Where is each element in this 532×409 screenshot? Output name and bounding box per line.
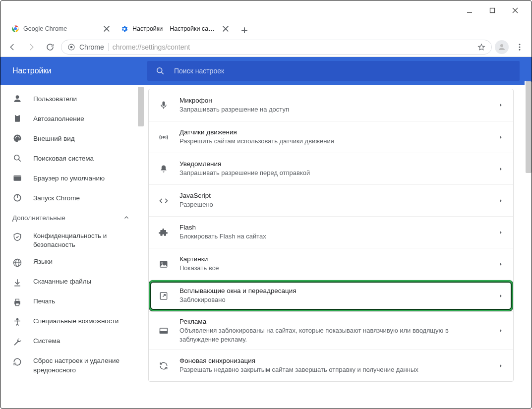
sidebar-item-system[interactable]: Система bbox=[0, 333, 144, 352]
tab-google-chrome[interactable]: Google Chrome bbox=[6, 20, 116, 37]
code-icon bbox=[159, 196, 169, 206]
setting-background-sync[interactable]: Фоновая синхронизация Разрешать недавно … bbox=[149, 350, 513, 381]
palette-icon bbox=[12, 133, 22, 143]
new-tab-button[interactable] bbox=[237, 23, 251, 37]
setting-ads[interactable]: Реклама Объявления заблокированы на сайт… bbox=[149, 311, 513, 350]
setting-text: Реклама Объявления заблокированы на сайт… bbox=[179, 318, 487, 344]
sidebar-item-label: Браузер по умолчанию bbox=[33, 175, 105, 182]
page-scrollbar-thumb[interactable] bbox=[526, 81, 532, 173]
window-titlebar bbox=[0, 0, 532, 20]
page-title: Настройки bbox=[0, 66, 147, 75]
power-icon bbox=[12, 193, 22, 203]
motion-sensor-icon bbox=[159, 132, 169, 142]
sidebar-item-printing[interactable]: Печать bbox=[0, 293, 144, 313]
wrench-icon bbox=[12, 337, 22, 347]
setting-motion-sensors[interactable]: Датчики движения Разрешить сайтам исполь… bbox=[149, 121, 513, 153]
sidebar-item-search-engine[interactable]: Поисковая система bbox=[0, 148, 144, 168]
sidebar-item-accessibility[interactable]: Специальные возможности bbox=[0, 313, 144, 333]
svg-point-23 bbox=[15, 137, 16, 138]
chevron-right-icon bbox=[498, 328, 503, 333]
setting-text: Уведомления Запрашивать разрешение перед… bbox=[179, 160, 487, 177]
content-settings-card: Микрофон Запрашивать разрешение на досту… bbox=[148, 89, 514, 382]
sidebar-item-users[interactable]: Пользователи bbox=[0, 89, 144, 109]
sidebar-item-reset[interactable]: Сброс настроек и удаление вредоносного bbox=[0, 352, 144, 378]
sidebar-item-downloads[interactable]: Скачанные файлы bbox=[0, 273, 144, 293]
sidebar-item-label: Печать bbox=[33, 297, 55, 306]
setting-text: Микрофон Запрашивать разрешение на досту… bbox=[179, 97, 487, 114]
setting-title: Реклама bbox=[179, 318, 487, 325]
setting-subtitle: Запрашивать разрешение перед отправкой bbox=[179, 169, 487, 177]
browser-toolbar: Chrome chrome://settings/content bbox=[0, 37, 532, 57]
settings-search[interactable] bbox=[147, 61, 520, 81]
setting-subtitle: Блокировать Flash на сайтах bbox=[179, 232, 487, 241]
settings-search-input[interactable] bbox=[173, 66, 512, 75]
chevron-right-icon bbox=[498, 230, 503, 235]
window-maximize-button[interactable] bbox=[481, 3, 504, 18]
person-icon bbox=[12, 94, 22, 104]
sidebar-item-privacy[interactable]: Конфиденциальность и безопасность bbox=[0, 228, 144, 253]
svg-line-19 bbox=[162, 72, 164, 74]
setting-subtitle: Показать все bbox=[179, 264, 487, 273]
sidebar-advanced-toggle[interactable]: Дополнительные bbox=[0, 208, 144, 228]
setting-images[interactable]: Картинки Показать все bbox=[149, 248, 513, 280]
content-settings-list: Микрофон Запрашивать разрешение на досту… bbox=[144, 85, 532, 409]
chevron-right-icon bbox=[498, 262, 503, 267]
bookmark-star-icon[interactable] bbox=[477, 43, 485, 51]
setting-subtitle: Разрешить сайтам использовать датчики дв… bbox=[179, 137, 487, 146]
profile-avatar-button[interactable] bbox=[495, 40, 509, 54]
browser-icon bbox=[12, 173, 22, 183]
sync-icon bbox=[159, 361, 169, 371]
setting-popups-redirects[interactable]: Всплывающие окна и переадресация Заблоки… bbox=[149, 280, 513, 311]
tab-settings[interactable]: Настройки – Настройки сайта bbox=[116, 20, 235, 37]
setting-subtitle: Запрашивать разрешение на доступ bbox=[179, 105, 487, 114]
setting-subtitle: Разрешать недавно закрытым сайтам заверш… bbox=[179, 365, 487, 374]
popup-icon bbox=[159, 291, 169, 301]
microphone-icon bbox=[159, 100, 169, 110]
setting-notifications[interactable]: Уведомления Запрашивать разрешение перед… bbox=[149, 153, 513, 184]
search-icon bbox=[12, 153, 22, 163]
setting-microphone[interactable]: Микрофон Запрашивать разрешение на досту… bbox=[149, 89, 513, 121]
sidebar-item-on-startup[interactable]: Запуск Chrome bbox=[0, 188, 144, 208]
sidebar-scrollbar-thumb[interactable] bbox=[138, 87, 144, 126]
svg-rect-22 bbox=[16, 115, 19, 116]
window-minimize-button[interactable] bbox=[458, 3, 481, 18]
svg-point-26 bbox=[19, 137, 20, 138]
setting-title: Всплывающие окна и переадресация bbox=[179, 287, 487, 294]
forward-button[interactable] bbox=[23, 39, 39, 55]
sidebar-item-label: Автозаполнение bbox=[33, 115, 84, 122]
svg-rect-21 bbox=[15, 115, 20, 121]
sidebar-item-label: Языки bbox=[33, 257, 53, 266]
setting-text: Картинки Показать все bbox=[179, 255, 487, 273]
sidebar-item-default-browser[interactable]: Браузер по умолчанию bbox=[0, 168, 144, 188]
menu-button[interactable] bbox=[512, 39, 528, 55]
tab-strip: Google Chrome Настройки – Настройки сайт… bbox=[0, 19, 532, 37]
setting-text: Flash Блокировать Flash на сайтах bbox=[179, 224, 487, 241]
chevron-right-icon bbox=[498, 293, 503, 298]
setting-flash[interactable]: Flash Блокировать Flash на сайтах bbox=[149, 216, 513, 248]
sidebar-item-label: Конфиденциальность и безопасность bbox=[33, 232, 132, 249]
setting-title: Картинки bbox=[179, 255, 487, 263]
address-bar[interactable]: Chrome chrome://settings/content bbox=[61, 40, 492, 55]
close-icon[interactable] bbox=[103, 25, 111, 33]
reload-button[interactable] bbox=[42, 39, 58, 55]
chevron-up-icon bbox=[123, 215, 129, 221]
settings-sidebar: Пользователи Автозаполнение Внешний вид … bbox=[0, 85, 144, 409]
setting-javascript[interactable]: JavaScript Разрешено bbox=[149, 184, 513, 216]
svg-point-27 bbox=[14, 155, 19, 160]
svg-point-13 bbox=[70, 46, 73, 48]
close-icon[interactable] bbox=[222, 25, 230, 33]
back-button[interactable] bbox=[4, 39, 20, 55]
ads-icon bbox=[159, 326, 169, 336]
sidebar-item-label: Специальные возможности bbox=[33, 317, 118, 326]
sidebar-scrollbar[interactable] bbox=[137, 85, 144, 409]
setting-text: JavaScript Разрешено bbox=[179, 192, 487, 209]
sidebar-item-label: Пользователи bbox=[33, 95, 77, 103]
sidebar-item-appearance[interactable]: Внешний вид bbox=[0, 128, 144, 148]
sidebar-item-autofill[interactable]: Автозаполнение bbox=[0, 109, 144, 128]
chevron-right-icon bbox=[498, 198, 503, 203]
setting-text: Фоновая синхронизация Разрешать недавно … bbox=[179, 357, 487, 374]
sidebar-item-languages[interactable]: Языки bbox=[0, 253, 144, 273]
settings-page: Настройки Пользователи Автозаполнение bbox=[0, 57, 532, 409]
window-close-button[interactable] bbox=[504, 3, 527, 18]
svg-point-18 bbox=[157, 68, 162, 73]
